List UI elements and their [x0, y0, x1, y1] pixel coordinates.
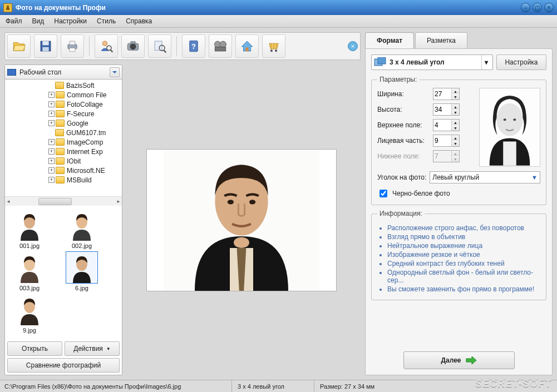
face-stepper[interactable]: ▲▼ — [433, 135, 460, 147]
thumbnail-grid: 001.jpg002.jpg003.jpg6.jpg9.jpg — [5, 206, 122, 339]
menu-style[interactable]: Стиль — [97, 17, 116, 25]
width-stepper[interactable]: ▲▼ — [433, 88, 460, 100]
tree-hscrollbar[interactable]: ◄ ► — [5, 196, 122, 206]
desktop-icon — [7, 69, 16, 76]
home-icon[interactable] — [235, 34, 259, 58]
tree-item[interactable]: +Google — [7, 118, 120, 128]
camera-icon[interactable] — [121, 34, 145, 58]
print-icon[interactable] — [61, 34, 84, 58]
format-combo-label: 3 x 4 левый угол — [390, 58, 445, 66]
svg-point-26 — [270, 49, 273, 52]
user-search-icon[interactable] — [95, 34, 118, 58]
tree-item[interactable]: GUM6107.tm — [7, 128, 120, 137]
tree-item[interactable]: +IObit — [7, 156, 120, 166]
tree-item[interactable]: +FotoCollage — [7, 100, 120, 109]
corner-select[interactable]: Левый круглый ▼ — [430, 171, 540, 183]
bw-checkbox[interactable] — [379, 190, 387, 197]
cart-icon[interactable] — [262, 34, 285, 58]
tree-item[interactable]: +ImageComp — [7, 137, 120, 147]
svg-point-27 — [275, 49, 277, 52]
tree-item[interactable]: +MSBuild — [7, 175, 120, 185]
format-combo[interactable]: 3 x 4 левый угол ▾ — [371, 54, 493, 70]
compare-button[interactable]: Сравнение фотографий — [7, 358, 120, 373]
toolbar-close-icon[interactable]: × — [348, 41, 358, 51]
status-format: 3 x 4 левый угол — [231, 380, 309, 392]
params-legend: Параметры: — [377, 76, 419, 83]
info-item: Средний контраст без глубоких теней — [387, 260, 540, 267]
thumbnail[interactable]: 001.jpg — [7, 209, 52, 249]
svg-line-16 — [164, 50, 166, 52]
chevron-down-icon[interactable] — [110, 67, 120, 77]
tree-item[interactable]: +Internet Exp — [7, 147, 120, 156]
svg-rect-6 — [70, 41, 75, 45]
statusbar: C:\Program Files (x86)\Фото на документы… — [0, 380, 557, 392]
chevron-down-icon[interactable]: ▼ — [531, 174, 538, 181]
location-label: Рабочий стол — [19, 68, 61, 76]
info-item: Однородный светлый фон - белый или светл… — [387, 269, 540, 284]
svg-rect-22 — [246, 47, 249, 51]
info-item: Взгляд прямо в объектив — [387, 233, 540, 241]
close-button[interactable]: × — [544, 3, 554, 12]
corner-label: Уголок на фото: — [377, 173, 426, 181]
tab-format[interactable]: Формат — [365, 32, 414, 48]
corner-value: Левый круглый — [432, 173, 479, 181]
format-icon — [374, 57, 386, 67]
chevron-down-icon[interactable]: ▾ — [481, 55, 490, 70]
menu-help[interactable]: Справка — [126, 17, 152, 25]
help-icon[interactable]: ? — [182, 34, 205, 58]
minimize-button[interactable]: – — [521, 3, 530, 12]
height-stepper[interactable]: ▲▼ — [433, 103, 460, 116]
file-browser: Рабочий стол BazisSoft+Common File+FotoC… — [4, 64, 122, 375]
status-size: Размер: 27 x 34 мм — [314, 380, 403, 392]
info-list: Расположение строго анфас, без поворотов… — [377, 224, 540, 293]
thumbnail[interactable]: 6.jpg — [60, 251, 104, 291]
svg-rect-21 — [215, 47, 226, 51]
svg-point-36 — [249, 200, 255, 204]
svg-point-12 — [130, 44, 136, 49]
location-dropdown[interactable]: Рабочий стол — [5, 65, 122, 80]
topmargin-stepper[interactable]: ▲▼ — [433, 119, 460, 131]
open-button[interactable]: Открыть — [7, 341, 62, 356]
status-path: C:\Program Files (x86)\Фото на документы… — [4, 380, 227, 392]
titlebar: Фото на документы Профи – ▢ × — [0, 0, 557, 15]
menubar: Файл Вид Настройки Стиль Справка — [0, 15, 557, 28]
face-label: Лицевая часть: — [377, 137, 433, 145]
open-icon[interactable] — [7, 34, 31, 58]
svg-rect-39 — [378, 57, 386, 64]
window-title: Фото на документы Профи — [16, 4, 521, 12]
tab-layout[interactable]: Разметка — [415, 32, 467, 48]
svg-rect-4 — [42, 47, 48, 51]
video-icon[interactable] — [209, 34, 232, 58]
tree-item[interactable]: +Common File — [7, 90, 120, 100]
tree-item[interactable]: +Microsoft.NE — [7, 166, 120, 175]
tree-item[interactable]: +F-Secure — [7, 109, 120, 118]
view-icon[interactable] — [148, 34, 171, 58]
folder-tree[interactable]: BazisSoft+Common File+FotoCollage+F-Secu… — [5, 80, 122, 196]
height-label: Высота: — [377, 106, 433, 113]
svg-point-42 — [504, 118, 506, 121]
photo-viewer — [122, 64, 361, 375]
app-icon — [3, 3, 12, 12]
thumbnail[interactable]: 002.jpg — [60, 209, 104, 249]
thumbnail[interactable]: 9.jpg — [7, 294, 52, 334]
next-button[interactable]: Далее — [403, 351, 515, 369]
bottom-stepper: ▲▼ — [433, 150, 460, 162]
next-label: Далее — [441, 356, 461, 364]
svg-rect-0 — [7, 6, 9, 8]
thumbnail[interactable]: 003.jpg — [7, 251, 52, 291]
maximize-button[interactable]: ▢ — [533, 3, 542, 12]
toolbar: ? × — [4, 32, 361, 60]
info-item: Вы сможете заменить фон прямо в программ… — [387, 285, 540, 293]
actions-button[interactable]: Действия▼ — [65, 341, 120, 356]
menu-settings[interactable]: Настройки — [54, 17, 87, 25]
tree-item[interactable]: BazisSoft — [7, 81, 120, 90]
save-icon[interactable] — [34, 34, 57, 58]
format-settings-button[interactable]: Настройка — [496, 54, 546, 70]
menu-file[interactable]: Файл — [6, 17, 22, 25]
right-panel: Формат Разметка 3 x 4 левый угол ▾ Настр… — [365, 32, 553, 375]
svg-line-10 — [110, 50, 112, 52]
menu-view[interactable]: Вид — [32, 17, 45, 25]
params-preview — [479, 88, 540, 167]
svg-point-35 — [228, 200, 234, 204]
bottom-label: Нижнее поле: — [377, 152, 433, 160]
